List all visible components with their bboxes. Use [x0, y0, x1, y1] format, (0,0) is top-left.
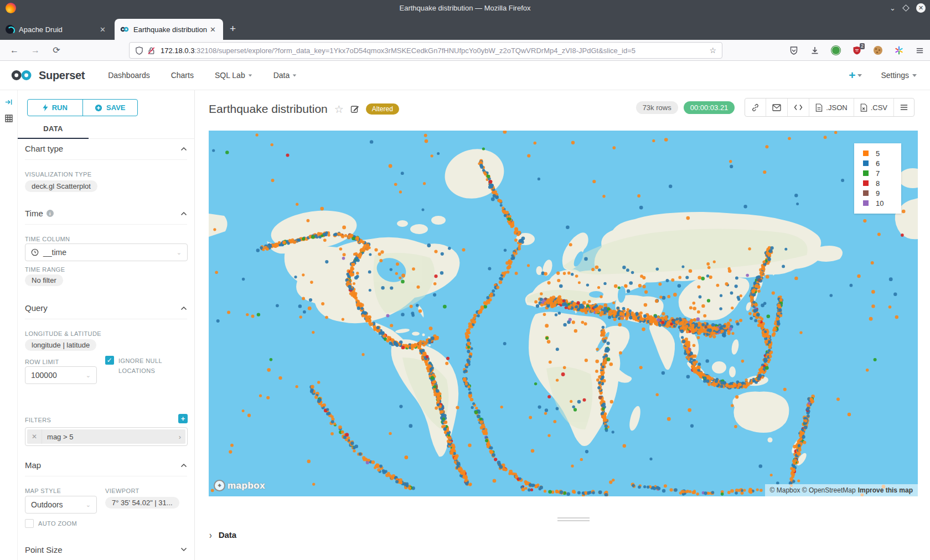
section-query[interactable]: Query — [25, 297, 187, 319]
tab-data[interactable]: DATA — [18, 125, 89, 139]
downloads-icon[interactable] — [810, 46, 819, 55]
settings-menu[interactable]: Settings — [881, 71, 917, 80]
brand-name: Superset — [39, 69, 85, 82]
pocket-shield-icon[interactable] — [789, 46, 798, 55]
info-icon: i — [46, 210, 54, 217]
forward-button[interactable]: → — [29, 45, 42, 55]
edit-title-icon[interactable] — [350, 105, 359, 113]
export-csv-button[interactable]: .CSV — [854, 98, 893, 116]
bookmark-star-icon[interactable]: ☆ — [709, 46, 716, 55]
run-button[interactable]: RUN — [28, 100, 82, 116]
time-range-value[interactable]: No filter — [25, 274, 63, 286]
map-style-select[interactable]: Outdoors ⌄ — [25, 496, 97, 514]
panel-resize-handle[interactable] — [557, 517, 590, 523]
tab-apache-druid[interactable]: Apache Druid ✕ — [0, 19, 113, 40]
nav-dashboards[interactable]: Dashboards — [108, 71, 150, 80]
tracking-shield-icon[interactable] — [135, 46, 143, 55]
email-button[interactable] — [766, 98, 787, 116]
window-title: Earthquake distribution — Mozilla Firefo… — [0, 4, 930, 12]
chevron-up-icon — [180, 306, 187, 310]
ignore-null-checkbox[interactable]: ✓ — [105, 356, 114, 365]
legend-row: 5 — [863, 148, 901, 158]
insecure-lock-icon[interactable] — [147, 46, 156, 55]
chevron-right-icon: › — [209, 529, 212, 541]
chart-menu-button[interactable] — [893, 98, 914, 116]
filter-expand-icon[interactable]: › — [174, 433, 185, 441]
favorite-star-icon[interactable]: ☆ — [334, 103, 344, 116]
section-time[interactable]: Timei — [25, 203, 187, 225]
row-count-badge: 73k rows — [636, 101, 678, 114]
tab-earthquake-distribution[interactable]: Earthquake distribution ✕ — [115, 19, 223, 40]
chevron-up-icon — [180, 463, 187, 468]
lonlat-value[interactable]: longitude | latitude — [25, 339, 96, 351]
legend-row: 9 — [863, 188, 901, 198]
auto-zoom-label: AUTO ZOOM — [38, 520, 77, 527]
legend-swatch — [863, 200, 869, 206]
section-chart-type[interactable]: Chart type — [25, 138, 187, 160]
auto-zoom-checkbox[interactable] — [25, 519, 34, 528]
share-link-button[interactable] — [745, 98, 766, 116]
window-minimize-icon[interactable]: ⌄ — [890, 4, 896, 12]
data-panel-title: Data — [219, 530, 237, 540]
tab-close-icon[interactable]: ✕ — [98, 25, 107, 34]
filter-chip[interactable]: ✕ mag > 5 › — [27, 429, 185, 444]
map-legend: 5 6 7 8 9 10 — [854, 143, 901, 214]
expand-panel-icon[interactable] — [4, 97, 14, 107]
legend-row: 6 — [863, 158, 901, 168]
time-column-select[interactable]: __time ⌄ — [25, 243, 188, 261]
chevron-up-icon — [180, 147, 187, 151]
nav-data[interactable]: Data — [273, 71, 297, 80]
cookie-extension-icon[interactable] — [873, 46, 882, 55]
add-filter-button[interactable]: + — [178, 414, 188, 423]
menu-hamburger-icon[interactable] — [915, 46, 924, 55]
back-button[interactable]: ← — [8, 45, 21, 55]
legend-swatch — [863, 170, 869, 176]
chevron-down-icon — [180, 547, 187, 552]
viz-type-value[interactable]: deck.gl Scatterplot — [25, 180, 97, 192]
section-map[interactable]: Map — [25, 454, 187, 476]
export-json-button[interactable]: .JSON — [809, 98, 853, 116]
url-host: 172.18.0.3 — [161, 46, 194, 55]
superset-favicon-icon — [120, 25, 129, 34]
adblock-shield-icon[interactable]: 2 — [852, 46, 861, 55]
window-close-icon[interactable]: ✕ — [916, 3, 926, 13]
time-column-label: TIME COLUMN — [25, 236, 70, 242]
viz-type-label: VISUALIZATION TYPE — [25, 171, 92, 178]
address-bar[interactable]: 172.18.0.3:32108/superset/explore/?form_… — [129, 42, 722, 59]
nav-charts[interactable]: Charts — [171, 71, 194, 80]
new-item-button[interactable]: + — [849, 69, 862, 82]
superset-infinity-icon — [10, 69, 34, 82]
superset-header: Superset Dashboards Charts SQL Lab Data … — [0, 61, 930, 90]
improve-map-link[interactable]: Improve this map — [858, 486, 913, 494]
mapbox-icon: ⌖ — [214, 480, 225, 491]
superset-logo[interactable]: Superset — [10, 69, 85, 82]
new-tab-button[interactable]: + — [230, 23, 236, 34]
altered-badge[interactable]: Altered — [366, 103, 399, 115]
map-attribution: © Mapbox © OpenStreetMap Improve this ma… — [765, 484, 918, 496]
dataset-grid-icon[interactable] — [4, 113, 14, 123]
panel-tabs: DATA — [18, 125, 194, 139]
url-path: :32108/superset/explore/?form_data_key=1… — [194, 46, 636, 55]
remove-filter-icon[interactable]: ✕ — [27, 429, 42, 444]
nav-sql-lab[interactable]: SQL Lab — [215, 71, 252, 80]
mapbox-logo[interactable]: ⌖ mapbox — [214, 480, 265, 491]
viewport-value[interactable]: 7° 35' 54.02" | 31... — [105, 497, 179, 509]
pinwheel-extension-icon[interactable] — [894, 46, 903, 55]
row-limit-select[interactable]: 100000 ⌄ — [25, 366, 97, 384]
druid-favicon-icon — [6, 25, 14, 34]
browser-titlebar: Earthquake distribution — Mozilla Firefo… — [0, 0, 930, 15]
ignore-null-control: ✓ IGNORE NULL LOCATIONS — [105, 356, 188, 376]
privacy-extension-icon[interactable] — [831, 46, 840, 55]
caret-down-icon — [293, 74, 296, 76]
reload-button[interactable]: ⟳ — [50, 45, 63, 55]
embed-code-button[interactable] — [787, 98, 809, 116]
tab-label: Earthquake distribution — [133, 25, 208, 34]
tab-close-icon[interactable]: ✕ — [208, 25, 218, 34]
window-restore-icon[interactable] — [902, 4, 910, 12]
lonlat-label: LONGITUDE & LATITUDE — [25, 330, 101, 337]
save-button[interactable]: SAVE — [82, 100, 138, 116]
plus-circle-icon — [95, 104, 102, 112]
section-point-size[interactable]: Point Size — [25, 538, 187, 560]
deckgl-scatter-map[interactable]: 5 6 7 8 9 10 ⌖ mapbox © Mapbox © OpenStr… — [209, 131, 918, 496]
data-collapse-panel[interactable]: › Data — [209, 530, 236, 540]
